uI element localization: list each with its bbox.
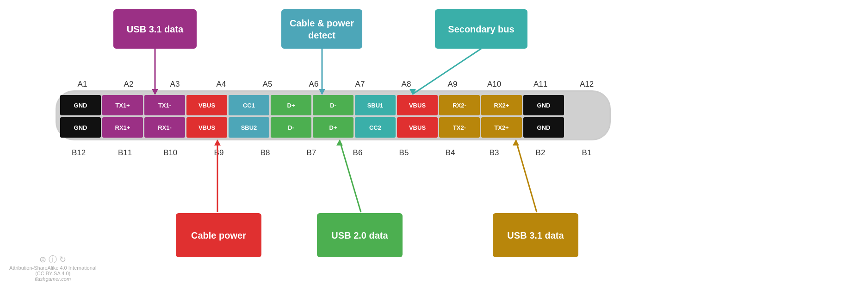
attribution: ⊜ ⓘ ↻ Attribution-ShareAlike 4.0 Interna… [9,254,96,282]
pin-b4-vbus: VBUS [397,117,438,138]
attribution-line1: Attribution-ShareAlike 4.0 International [9,265,96,271]
cable-power-label: Cable power [176,213,261,257]
pin-b3-tx2m: TX2- [439,117,480,138]
pin-a4-vbus: VBUS [186,95,227,115]
pin-a6-dp: D+ [271,95,311,115]
pin-b6-dp: D+ [313,117,353,138]
pin-a1-gnd: GND [60,95,101,115]
col-label-a6: A6 [300,80,328,89]
pin-b12-gnd: GND [60,117,101,138]
pin-a5-cc1: CC1 [229,95,269,115]
col-label-a8: A8 [392,80,420,89]
pin-a8-sbu1: SBU1 [355,95,396,115]
col-label-a1: A1 [68,80,96,89]
usb31-data-bottom-label: USB 3.1 data [493,213,578,257]
col-label-b3: B3 [480,148,508,158]
pin-b8-sbu2: SBU2 [229,117,269,138]
pin-a11-rx2p: RX2+ [481,95,522,115]
pin-a12-gnd: GND [523,95,564,115]
col-label-b11: B11 [111,148,139,158]
col-label-b8: B8 [251,148,279,158]
col-label-b4: B4 [436,148,464,158]
col-label-b6: B6 [344,148,372,158]
pin-a2-tx1p: TX1+ [102,95,143,115]
col-label-a7: A7 [346,80,374,89]
pin-a3-tx1m: TX1- [144,95,185,115]
pin-a7-dm: D- [313,95,353,115]
col-label-a12: A12 [573,80,601,89]
top-pin-row: GND TX1+ TX1- VBUS CC1 D+ D- SBU1 VBUS R… [60,95,564,115]
col-label-a9: A9 [439,80,466,89]
secondary-bus-label: Secondary bus [435,9,527,49]
pin-b9-vbus: VBUS [186,117,227,138]
diagram-container: USB 3.1 data Cable & power detect Second… [0,0,868,291]
attribution-line3: flashgamer.com [9,276,96,282]
col-label-b5: B5 [390,148,418,158]
col-label-a4: A4 [207,80,235,89]
pin-b5-cc2: CC2 [355,117,396,138]
cable-power-detect-label: Cable & power detect [281,9,362,49]
col-label-a11: A11 [527,80,554,89]
pin-b10-rx1m: RX1- [144,117,185,138]
col-label-a3: A3 [161,80,189,89]
pin-b7-dm: D- [271,117,311,138]
pin-b2-tx2p: TX2+ [481,117,522,138]
col-label-b1: B1 [573,148,601,158]
col-label-b7: B7 [298,148,325,158]
usb31-data-top-label: USB 3.1 data [113,9,197,49]
pin-a9-vbus: VBUS [397,95,438,115]
usb20-data-label: USB 2.0 data [317,213,403,257]
cc-icons: ⊜ ⓘ ↻ [9,254,96,265]
col-label-a10: A10 [480,80,508,89]
attribution-line2: (CC BY-SA 4.0) [9,271,96,276]
pin-b11-rx1p: RX1+ [102,117,143,138]
col-label-b2: B2 [527,148,554,158]
col-label-b12: B12 [65,148,93,158]
col-label-a5: A5 [254,80,281,89]
bottom-pin-row: GND RX1+ RX1- VBUS SBU2 D- D+ CC2 VBUS T… [60,117,564,138]
pin-b1-gnd: GND [523,117,564,138]
col-label-b9: B9 [205,148,233,158]
col-label-b10: B10 [156,148,184,158]
col-label-a2: A2 [115,80,143,89]
pin-a10-rx2m: RX2- [439,95,480,115]
